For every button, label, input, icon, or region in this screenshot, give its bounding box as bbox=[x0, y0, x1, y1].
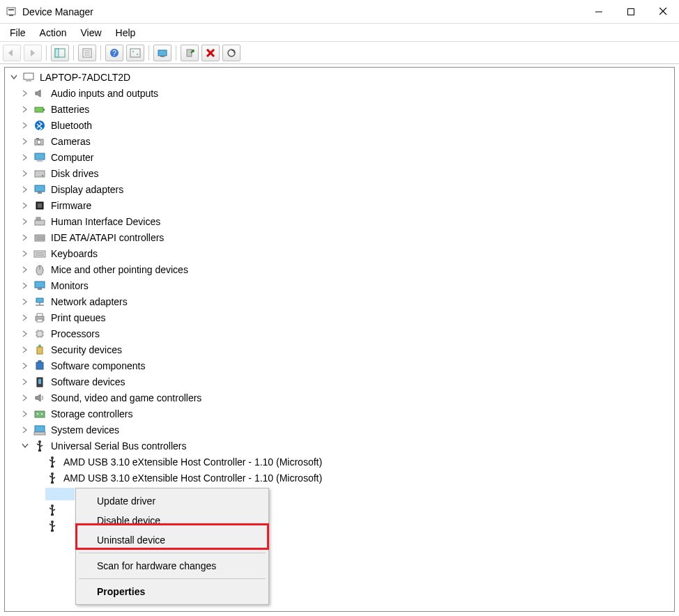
tree-device[interactable]: AMD USB 3.10 eXtensible Host Controller … bbox=[5, 470, 674, 486]
show-console-tree-button[interactable] bbox=[51, 45, 69, 61]
svg-rect-4 bbox=[628, 8, 634, 15]
tree-category[interactable]: Audio inputs and outputs bbox=[5, 85, 674, 101]
update-driver-button[interactable] bbox=[153, 45, 171, 61]
maximize-button[interactable] bbox=[615, 0, 647, 23]
expander-icon[interactable] bbox=[20, 185, 30, 194]
tree-category-label: Universal Serial Bus controllers bbox=[51, 440, 187, 452]
tree-category[interactable]: Storage controllers bbox=[5, 406, 674, 422]
svg-rect-40 bbox=[38, 203, 42, 208]
usb-icon bbox=[45, 504, 59, 516]
tree-category[interactable]: Disk drives bbox=[5, 165, 674, 181]
show-hidden-devices-button[interactable] bbox=[126, 45, 144, 61]
expander-icon[interactable] bbox=[20, 297, 30, 307]
expander-icon[interactable] bbox=[20, 393, 30, 403]
tree-category[interactable]: IDE ATA/ATAPI controllers bbox=[5, 229, 674, 245]
device-tree[interactable]: LAPTOP-7ADCLT2D Audio inputs and outputs… bbox=[5, 68, 674, 534]
svg-point-21 bbox=[192, 49, 194, 52]
minimize-button[interactable] bbox=[583, 0, 615, 23]
expander-icon[interactable] bbox=[20, 377, 30, 387]
expander-icon[interactable] bbox=[20, 313, 30, 323]
usb-icon bbox=[45, 472, 59, 484]
menu-file[interactable]: File bbox=[3, 26, 33, 40]
tree-root[interactable]: LAPTOP-7ADCLT2D bbox=[5, 69, 674, 85]
expander-icon[interactable] bbox=[20, 201, 30, 210]
expander-icon[interactable] bbox=[20, 409, 30, 419]
menu-view[interactable]: View bbox=[73, 26, 108, 40]
properties-button[interactable] bbox=[78, 45, 96, 61]
tree-category[interactable]: Bluetooth bbox=[5, 117, 674, 133]
expander-icon[interactable] bbox=[20, 137, 30, 146]
monitor-icon bbox=[33, 279, 47, 292]
tree-category[interactable]: Display adapters bbox=[5, 181, 674, 197]
expander-icon[interactable] bbox=[20, 345, 30, 355]
expander-icon[interactable] bbox=[20, 265, 30, 275]
computer-root-icon bbox=[22, 71, 36, 84]
tree-category[interactable]: Processors bbox=[5, 325, 674, 341]
svg-rect-59 bbox=[37, 331, 43, 337]
scan-hardware-button[interactable] bbox=[222, 45, 241, 61]
ctx-properties[interactable]: Properties bbox=[77, 582, 267, 601]
tree-category[interactable]: Print queues bbox=[5, 309, 674, 325]
tree-device[interactable]: AMD USB 3.10 eXtensible Host Controller … bbox=[5, 454, 674, 470]
tree-category[interactable]: Mice and other pointing devices bbox=[5, 261, 674, 277]
tree-category[interactable]: Human Interface Devices bbox=[5, 213, 674, 229]
back-button[interactable] bbox=[3, 45, 21, 61]
help-button[interactable]: ? bbox=[105, 45, 123, 61]
menu-help[interactable]: Help bbox=[109, 26, 143, 40]
expander-icon[interactable] bbox=[20, 121, 30, 130]
tree-category[interactable]: Software devices bbox=[5, 374, 674, 390]
tree-category[interactable]: Firmware bbox=[5, 197, 674, 213]
tree-category-label: Cameras bbox=[51, 136, 91, 147]
ctx-scan-hardware[interactable]: Scan for hardware changes bbox=[77, 556, 267, 576]
tree-category[interactable]: Monitors bbox=[5, 277, 674, 293]
expander-icon[interactable] bbox=[20, 105, 30, 114]
svg-rect-0 bbox=[7, 8, 15, 15]
tree-category[interactable]: Network adapters bbox=[5, 293, 674, 309]
expander-icon[interactable] bbox=[20, 329, 30, 339]
enable-device-button[interactable] bbox=[181, 45, 199, 61]
expander-icon[interactable] bbox=[20, 153, 30, 162]
ctx-uninstall-device[interactable]: Uninstall device bbox=[77, 530, 267, 550]
toolbar-divider bbox=[73, 45, 74, 61]
menu-action[interactable]: Action bbox=[33, 26, 74, 40]
tree-category-label: IDE ATA/ATAPI controllers bbox=[51, 232, 164, 243]
svg-rect-46 bbox=[34, 251, 45, 257]
expander-icon[interactable] bbox=[20, 425, 30, 435]
tree-category-label: Keyboards bbox=[51, 248, 98, 259]
tree-category[interactable]: Batteries bbox=[5, 101, 674, 117]
expander-icon[interactable] bbox=[20, 441, 30, 451]
close-button[interactable] bbox=[647, 0, 679, 23]
tree-category-label: Storage controllers bbox=[51, 408, 133, 419]
svg-rect-92 bbox=[51, 482, 54, 484]
tree-category[interactable]: Keyboards bbox=[5, 245, 674, 261]
tree-category-usb[interactable]: Universal Serial Bus controllers bbox=[5, 438, 674, 454]
uninstall-device-button[interactable] bbox=[201, 45, 220, 61]
mouse-icon bbox=[33, 263, 47, 276]
expander-icon[interactable] bbox=[20, 88, 30, 98]
expander-icon[interactable] bbox=[20, 281, 30, 291]
expander-icon[interactable] bbox=[20, 361, 30, 371]
expander-icon[interactable] bbox=[9, 72, 19, 82]
app-icon bbox=[6, 6, 17, 17]
usb-icon bbox=[45, 456, 59, 468]
tree-category[interactable]: Computer bbox=[5, 149, 674, 165]
expander-icon[interactable] bbox=[20, 233, 30, 242]
tree-category[interactable]: System devices bbox=[5, 422, 674, 438]
svg-point-103 bbox=[51, 521, 54, 523]
tree-category[interactable]: Sound, video and game controllers bbox=[5, 390, 674, 406]
ctx-update-driver[interactable]: Update driver bbox=[77, 491, 267, 511]
forward-button[interactable] bbox=[24, 45, 42, 61]
ctx-separator bbox=[79, 553, 266, 553]
expander-icon[interactable] bbox=[20, 169, 30, 178]
expander-icon[interactable] bbox=[20, 249, 30, 259]
tree-category[interactable]: Cameras bbox=[5, 133, 674, 149]
tree-category[interactable]: Security devices bbox=[5, 341, 674, 357]
ctx-disable-device[interactable]: Disable device bbox=[77, 511, 267, 530]
expander-icon[interactable] bbox=[20, 217, 30, 226]
tree-category[interactable]: Software components bbox=[5, 357, 674, 374]
menubar: File Action View Help bbox=[0, 24, 679, 42]
tree-category-label: Monitors bbox=[51, 280, 89, 291]
tree-category-label: Security devices bbox=[51, 344, 122, 355]
svg-rect-58 bbox=[37, 319, 43, 322]
tree-category-label: System devices bbox=[51, 424, 119, 436]
